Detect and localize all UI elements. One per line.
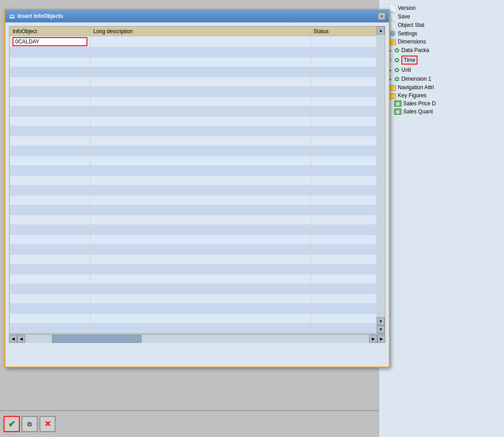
- cell-longdesc-5: [90, 77, 310, 87]
- tree-item-sales-quantity[interactable]: ▶ ⊞ Sales Quant: [386, 108, 502, 116]
- bottom-toolbar: ✔ ⧉ ✕: [0, 410, 379, 437]
- table-row: [10, 126, 377, 136]
- tree-item-object-stat[interactable]: ▶ 📄 Object Stat: [381, 21, 502, 29]
- tree-label-sales-quantity: Sales Quant: [403, 108, 433, 115]
- cell-longdesc-12: [90, 146, 310, 156]
- tree-item-nav-attributes[interactable]: ▶ Navigation Attri: [381, 83, 502, 91]
- table-row: [10, 87, 377, 97]
- cell-status-29: [310, 314, 376, 324]
- cell-infoobject-13: [10, 156, 90, 166]
- tree-item-time[interactable]: ▽ ✿ Time: [386, 55, 502, 65]
- dialog-close-button[interactable]: ✕: [378, 13, 385, 20]
- cell-infoobject-16: [10, 186, 90, 195]
- cell-status-2: [310, 48, 376, 57]
- cell-infoobject-15: [10, 176, 90, 186]
- confirm-button[interactable]: ✔: [4, 416, 20, 432]
- cell-infoobject-10: [10, 126, 90, 136]
- dialog-title-text: Insert InfoObjects: [17, 13, 63, 19]
- cell-infoobject-1[interactable]: [10, 36, 90, 48]
- table-row: [10, 136, 377, 146]
- cell-longdesc-26: [90, 284, 310, 294]
- tree-item-dimension1[interactable]: ▶ ✿ Dimension 1: [386, 74, 502, 83]
- cell-longdesc-16: [90, 186, 310, 195]
- scroll-right-button[interactable]: ▶: [369, 335, 377, 343]
- tree-item-version[interactable]: ▶ 📄 Version: [381, 4, 502, 12]
- cancel-icon: ✕: [44, 419, 51, 429]
- table-row: [10, 314, 377, 324]
- tree-label-time: Time: [401, 56, 418, 65]
- cell-status-3: [310, 57, 376, 67]
- cell-longdesc-13: [90, 156, 310, 166]
- scroll-down-button[interactable]: ▼: [377, 317, 385, 325]
- tree-label-settings: Settings: [398, 30, 417, 37]
- tree-item-dimensions[interactable]: ▽ Dimensions: [381, 38, 502, 46]
- scroll-h-track: [25, 335, 369, 343]
- table-row: [10, 245, 377, 255]
- tree-label-sales-price: Sales Price D: [403, 100, 436, 107]
- table-row: [10, 205, 377, 215]
- cell-status-26: [310, 284, 376, 294]
- vertical-scrollbar[interactable]: ▲ ▼ ▼: [377, 26, 385, 333]
- cell-longdesc-9: [90, 117, 310, 126]
- tree-label-data-package: Data Packa: [401, 47, 429, 53]
- tree-item-save[interactable]: ▶ 📄 Save: [381, 12, 502, 21]
- horizontal-scrollbar[interactable]: ◀ ◀ ▶ ▶: [9, 334, 385, 343]
- cell-longdesc-18: [90, 205, 310, 215]
- cell-infoobject-4: [10, 67, 90, 77]
- cell-infoobject-20: [10, 225, 90, 235]
- cell-infoobject-30: [10, 324, 90, 333]
- table-row: [10, 235, 377, 245]
- check-icon: ✔: [8, 419, 16, 429]
- cell-status-27: [310, 294, 376, 304]
- cell-longdesc-28: [90, 304, 310, 314]
- cell-status-30: [310, 324, 376, 333]
- info-table-container: ▲ ▼ ▼ InfoObject Long description Status: [9, 26, 385, 334]
- table-row: [10, 274, 377, 284]
- cell-longdesc-23: [90, 255, 310, 264]
- tree-label-version: Version: [398, 5, 416, 11]
- tree-item-settings[interactable]: ▶ ⚙️ Settings: [381, 29, 502, 38]
- cell-longdesc-25: [90, 274, 310, 284]
- table-row: [10, 156, 377, 166]
- insert-infoobjects-dialog: 🗂 Insert InfoObjects ✕ ⊞ ▲ ▼ ▼: [4, 9, 390, 368]
- copy-icon: ⧉: [27, 420, 32, 428]
- cell-status-5: [310, 77, 376, 87]
- table-row: [10, 48, 377, 57]
- cell-infoobject-5: [10, 77, 90, 87]
- scroll-down2-button[interactable]: ▼: [377, 325, 385, 333]
- tree-label-key-figures: Key Figures: [398, 92, 426, 99]
- cell-status-1: [310, 36, 376, 48]
- cell-longdesc-4: [90, 67, 310, 77]
- cell-status-8: [310, 107, 376, 117]
- cell-longdesc-24: [90, 264, 310, 274]
- scroll-right2-button[interactable]: ▶: [377, 335, 385, 343]
- table-row: [10, 294, 377, 304]
- cell-status-25: [310, 274, 376, 284]
- cell-infoobject-19: [10, 215, 90, 225]
- tree-item-key-figures[interactable]: ▽ Key Figures: [381, 91, 502, 100]
- infoobject-input-1[interactable]: [13, 37, 87, 46]
- cell-infoobject-17: [10, 195, 90, 205]
- cell-infoobject-28: [10, 304, 90, 314]
- cell-longdesc-2: [90, 48, 310, 57]
- table-row: [10, 284, 377, 294]
- cell-status-16: [310, 186, 376, 195]
- copy-button[interactable]: ⧉: [22, 416, 38, 432]
- scroll-track: [377, 35, 385, 317]
- tree-item-sales-price[interactable]: ▶ ⊞ Sales Price D: [386, 100, 502, 108]
- cell-status-13: [310, 156, 376, 166]
- cell-infoobject-7: [10, 97, 90, 107]
- cell-status-21: [310, 235, 376, 245]
- col-header-longdesc: Long description: [90, 27, 310, 36]
- tree-label-nav-attributes: Navigation Attri: [398, 84, 434, 91]
- cancel-button[interactable]: ✕: [39, 416, 56, 432]
- tree-item-unit[interactable]: ▶ ✿ Unit: [386, 65, 502, 74]
- cell-infoobject-18: [10, 205, 90, 215]
- scroll-up-button[interactable]: ▲: [377, 26, 385, 35]
- cell-infoobject-8: [10, 107, 90, 117]
- scroll-left2-button[interactable]: ◀: [17, 335, 25, 343]
- dialog-content: ⊞ ▲ ▼ ▼ InfoObject: [5, 22, 389, 367]
- table-row: [10, 255, 377, 264]
- tree-item-data-package[interactable]: ▶ ✿ Data Packa: [386, 46, 502, 55]
- scroll-left-button[interactable]: ◀: [9, 335, 17, 343]
